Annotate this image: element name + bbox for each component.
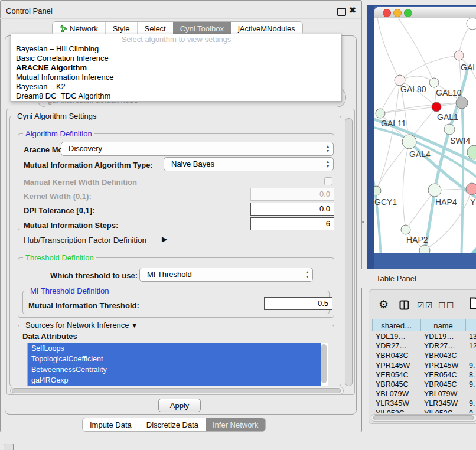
table-cell: YER054C xyxy=(372,370,420,380)
table-horizontal-scrollbar[interactable] xyxy=(371,414,476,422)
network-node-GAL10[interactable] xyxy=(429,78,439,87)
network-node[interactable] xyxy=(456,97,468,109)
network-node-GAL[interactable] xyxy=(454,51,464,60)
table-cell: 12 xyxy=(465,341,476,351)
screen: Control Panel ✖ NetworkStyleSelectCyni T… xyxy=(0,0,476,450)
checked-checkbox-icon[interactable]: ☑ xyxy=(425,301,433,310)
algorithm-option[interactable]: ARACNE Algorithm xyxy=(11,63,341,73)
data-attribute-item[interactable]: BetweennessCentrality xyxy=(28,364,321,375)
network-node-GAL1[interactable] xyxy=(432,102,441,112)
unchecked-checkbox-icon[interactable]: ☐ xyxy=(446,301,454,310)
mi-steps-field[interactable]: 6 xyxy=(250,217,334,230)
network-node-GAL11[interactable] xyxy=(376,109,385,118)
minimize-window-icon[interactable] xyxy=(393,9,402,17)
table-cell: YDL19… xyxy=(372,332,420,341)
table-row[interactable]: YBR045CYBR045C9. xyxy=(372,380,476,389)
data-attribute-item[interactable]: SelfLoops xyxy=(28,343,321,354)
network-node[interactable] xyxy=(419,245,430,253)
network-node-label: GCY1 xyxy=(374,197,397,207)
table-column-header[interactable] xyxy=(465,319,476,331)
algorithm-definition-title: Algorithm Definition xyxy=(23,129,94,138)
network-node-Y[interactable] xyxy=(466,183,476,195)
network-edge xyxy=(380,80,400,113)
table-column-header[interactable]: name xyxy=(420,319,465,331)
which-threshold-select[interactable]: MI Threshold ▴▾ xyxy=(139,268,313,282)
algorithm-option[interactable]: Mutual Information Inference xyxy=(11,73,341,82)
data-attribute-item[interactable]: TopologicalCoefficient xyxy=(28,354,321,364)
gear-icon[interactable]: ⚙ xyxy=(379,298,389,311)
table-row[interactable]: YLR345WYLR345W9. xyxy=(372,399,476,408)
mi-algorithm-type-label: Mutual Information Algorithm Type: xyxy=(24,161,153,169)
aracne-mode-select[interactable]: Discovery ▴▾ xyxy=(61,142,334,156)
tab-cyni-toolbox[interactable]: Cyni Toolbox xyxy=(173,22,231,35)
table-cell: 8. xyxy=(465,370,476,380)
unchecked-checkbox-icon[interactable]: ☐ xyxy=(438,301,446,310)
scrollbar-thumb[interactable] xyxy=(373,415,474,420)
algorithm-option[interactable]: Basic Correlation Inference xyxy=(11,54,341,63)
data-attributes-list: SelfLoopsTopologicalCoefficientBetweenne… xyxy=(27,343,328,386)
expand-right-icon[interactable]: ▶ xyxy=(162,235,167,243)
panel-splitter-arrow-icon[interactable]: ◂ xyxy=(361,219,364,224)
network-edge xyxy=(462,246,476,253)
manual-kernel-width-checkbox[interactable] xyxy=(324,177,332,185)
tab-jactivemnodules[interactable]: jActiveMNodules xyxy=(231,22,302,35)
algorithm-option[interactable]: Bayesian – K2 xyxy=(11,82,341,92)
cyni-tab-discretize-data[interactable]: Discretize Data xyxy=(139,418,206,431)
network-node[interactable] xyxy=(467,145,476,159)
table-cell: YLR345W xyxy=(420,399,465,408)
table-cell: YIL052C xyxy=(420,409,465,414)
scrollbar-thumb[interactable] xyxy=(12,388,341,393)
scrollbar-thumb[interactable] xyxy=(345,118,353,386)
dpi-tolerance-field[interactable]: 0.0 xyxy=(250,203,334,216)
threshold-definition-title: Threshold Definition xyxy=(23,253,96,262)
apply-button[interactable]: Apply xyxy=(158,399,201,412)
mi-threshold-field[interactable]: 0.5 xyxy=(264,297,332,310)
table-row[interactable]: YIL052CYIL052C9 xyxy=(372,409,476,414)
network-edge xyxy=(398,18,434,83)
file-icon[interactable] xyxy=(469,297,476,312)
table-row[interactable]: YER054CYER054C8. xyxy=(372,370,476,380)
columns-icon[interactable] xyxy=(399,300,409,312)
list-scrollbar-thumb[interactable] xyxy=(321,344,327,383)
settings-vertical-scrollbar[interactable] xyxy=(344,116,352,387)
table-cell: YBR045C xyxy=(372,380,420,389)
checked-checkbox-icon[interactable]: ☑ xyxy=(417,301,425,310)
tab-network[interactable]: Network xyxy=(53,22,105,35)
cyni-tab-infer-network[interactable]: Infer Network xyxy=(206,418,265,431)
close-icon[interactable]: ✖ xyxy=(349,5,356,15)
network-node-label: Y xyxy=(470,197,476,207)
mi-threshold-definition-title: MI Threshold Definition xyxy=(28,286,111,295)
data-attribute-item[interactable]: gal4RGexp xyxy=(28,375,321,386)
table-row[interactable]: YDL19…YDL19…13 xyxy=(372,332,476,341)
network-node-GCY1[interactable] xyxy=(374,186,381,195)
cyni-tab-impute-data[interactable]: Impute Data xyxy=(83,418,139,431)
tab-style[interactable]: Style xyxy=(105,22,137,35)
close-window-icon[interactable] xyxy=(383,9,391,17)
collapse-down-icon[interactable]: ▼ xyxy=(131,322,138,329)
algorithm-option[interactable]: Bayesian – Hill Climbing xyxy=(11,44,341,54)
network-node-HAP4[interactable] xyxy=(428,184,441,197)
tab-label: Impute Data xyxy=(90,420,132,429)
network-node-HAP2[interactable] xyxy=(401,225,410,234)
mi-algorithm-type-select[interactable]: Naive Bayes ▴▾ xyxy=(164,157,334,171)
network-edge xyxy=(400,56,459,80)
settings-horizontal-scrollbar[interactable] xyxy=(10,387,344,394)
network-node[interactable] xyxy=(467,18,476,30)
table-row[interactable]: YPR145WYPR145W9. xyxy=(372,361,476,370)
table-column-header[interactable]: shared… xyxy=(372,319,420,331)
float-panel-icon[interactable] xyxy=(337,8,346,16)
algorithm-option[interactable]: Dream8 DC_TDC Algorithm xyxy=(11,92,341,101)
table-row[interactable]: YBL079WYBL079W xyxy=(372,389,476,399)
network-node-SWI4[interactable] xyxy=(444,124,455,135)
table-cell: 9 xyxy=(465,409,476,414)
network-canvas[interactable]: GALGAL80GAL10GAL1GAL11GAL4SWI4GCY1HAP4YH… xyxy=(374,18,476,253)
dock-panel-icon[interactable] xyxy=(4,444,14,450)
tab-select[interactable]: Select xyxy=(137,22,173,35)
table-row[interactable]: YDR27…YDR27…12 xyxy=(372,341,476,351)
network-window-titlebar[interactable] xyxy=(374,7,476,18)
zoom-window-icon[interactable] xyxy=(404,9,412,17)
kernel-width-field[interactable]: 0.0 xyxy=(250,188,334,201)
network-node-GAL4[interactable] xyxy=(402,135,416,149)
table-row[interactable]: YBR043CYBR043C xyxy=(372,351,476,360)
table-cell: 9. xyxy=(465,380,476,389)
